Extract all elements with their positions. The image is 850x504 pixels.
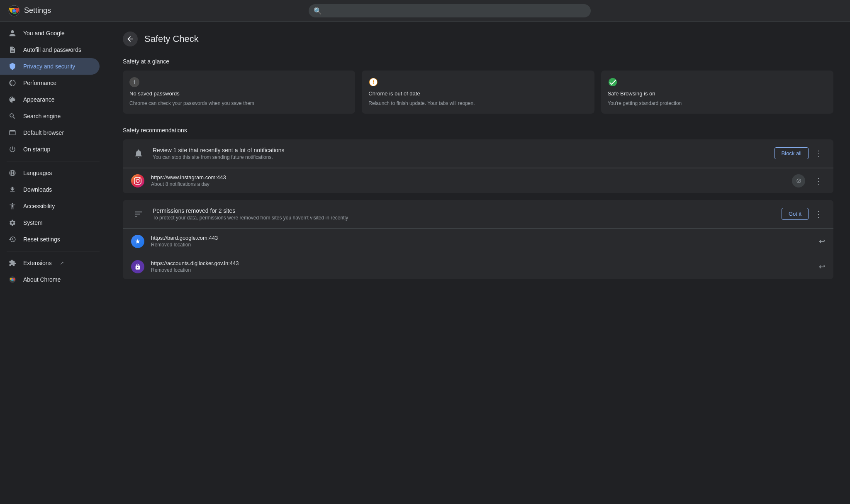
sidebar-item-system[interactable]: System	[0, 214, 100, 231]
permissions-rec-desc: To protect your data, permissions were r…	[153, 215, 775, 221]
permissions-icon	[131, 207, 146, 222]
safety-card-passwords: ℹ No saved passwords Chrome can check yo…	[123, 71, 355, 114]
bard-site-info: https://bard.google.com:443 Removed loca…	[151, 235, 812, 248]
card-desc: Relaunch to finish update. Your tabs wil…	[368, 100, 587, 107]
search-icon: 🔍	[314, 7, 322, 15]
success-icon	[608, 77, 618, 87]
sidebar-item-label: Privacy and security	[23, 63, 75, 70]
content-area: Safety Check Safety at a glance ℹ No sav…	[106, 22, 850, 504]
sidebar-item-label: You and Google	[23, 30, 65, 37]
search-input[interactable]	[309, 4, 591, 17]
instagram-site-row: https://www.instagram.com:443 About 8 no…	[123, 168, 833, 193]
safety-card-browsing: Safe Browsing is on You're getting stand…	[601, 71, 833, 114]
system-icon	[8, 219, 17, 227]
sidebar-item-label: About Chrome	[23, 276, 61, 283]
permissions-rec-header: Permissions removed for 2 sites To prote…	[123, 200, 833, 229]
person-icon	[8, 29, 17, 37]
notification-rec-text: Review 1 site that recently sent a lot o…	[153, 147, 768, 160]
sidebar-item-languages[interactable]: Languages	[0, 165, 100, 181]
sidebar-item-label: Appearance	[23, 96, 55, 103]
main-layout: You and Google Autofill and passwords Pr…	[0, 22, 850, 504]
digilocker-undo-button[interactable]: ↩	[819, 262, 825, 271]
got-it-button[interactable]: Got it	[782, 208, 809, 220]
accessibility-icon	[8, 202, 17, 210]
sidebar-item-appearance[interactable]: Appearance	[0, 91, 100, 108]
sidebar-item-accessibility[interactable]: Accessibility	[0, 198, 100, 214]
download-icon	[8, 185, 17, 194]
sidebar-item-about-chrome[interactable]: About Chrome	[0, 271, 100, 288]
permissions-rec-title: Permissions removed for 2 sites	[153, 207, 775, 214]
sidebar-item-label: Performance	[23, 80, 56, 86]
permissions-rec-section: Permissions removed for 2 sites To prote…	[123, 200, 833, 279]
instagram-more-button[interactable]: ⋮	[812, 174, 825, 187]
sidebar-item-label: Downloads	[23, 186, 52, 193]
instagram-url: https://www.instagram.com:443	[151, 174, 785, 180]
block-icon[interactable]: ⊘	[792, 174, 805, 187]
globe-icon	[8, 169, 17, 177]
sidebar-item-downloads[interactable]: Downloads	[0, 181, 100, 198]
sidebar-divider	[7, 161, 100, 161]
sidebar-item-label: Default browser	[23, 129, 64, 136]
permissions-rec-text: Permissions removed for 2 sites To prote…	[153, 207, 775, 221]
about-chrome-icon	[8, 275, 17, 284]
info-icon: ℹ	[129, 77, 139, 87]
sidebar-item-you-and-google[interactable]: You and Google	[0, 25, 100, 41]
section-recommendations-title: Safety recommendations	[123, 127, 833, 134]
svg-point-3	[12, 9, 16, 12]
performance-icon	[8, 79, 17, 87]
sidebar-divider-2	[7, 251, 100, 251]
permissions-more-button[interactable]: ⋮	[812, 207, 825, 221]
digilocker-detail: Removed location	[151, 267, 812, 273]
card-title: Safe Browsing is on	[608, 90, 827, 97]
page-header: Safety Check	[123, 32, 833, 46]
autofill-icon	[8, 46, 17, 54]
sidebar-item-label: Search engine	[23, 113, 61, 119]
chrome-logo-icon	[8, 5, 20, 17]
shield-icon	[8, 62, 17, 71]
section-glance-title: Safety at a glance	[123, 58, 833, 65]
appearance-icon	[8, 95, 17, 104]
sidebar-item-extensions[interactable]: Extensions ↗	[0, 255, 100, 271]
sidebar-item-label: On startup	[23, 146, 50, 153]
notification-more-button[interactable]: ⋮	[812, 147, 825, 160]
digilocker-site-row: https://accounts.digilocker.gov.in:443 R…	[123, 254, 833, 279]
sidebar-item-label: Languages	[23, 170, 52, 176]
notification-rec-title: Review 1 site that recently sent a lot o…	[153, 147, 768, 153]
page-title: Safety Check	[144, 34, 199, 44]
svg-point-6	[11, 278, 13, 280]
notification-rec-header: Review 1 site that recently sent a lot o…	[123, 139, 833, 168]
search-bar[interactable]: 🔍	[309, 4, 591, 17]
safety-card-update: Chrome is out of date Relaunch to finish…	[362, 71, 594, 114]
bard-favicon	[131, 235, 144, 248]
svg-point-8	[609, 78, 617, 86]
back-button[interactable]	[123, 32, 138, 46]
notification-rec-section: Review 1 site that recently sent a lot o…	[123, 139, 833, 193]
notification-rec-desc: You can stop this site from sending futu…	[153, 154, 768, 160]
instagram-detail: About 8 notifications a day	[151, 181, 785, 187]
reset-icon	[8, 235, 17, 243]
topbar-logo: Settings	[8, 5, 51, 17]
sidebar-item-default-browser[interactable]: Default browser	[0, 124, 100, 141]
bard-site-row: https://bard.google.com:443 Removed loca…	[123, 229, 833, 254]
topbar: Settings 🔍	[0, 0, 850, 22]
sidebar-item-autofill-passwords[interactable]: Autofill and passwords	[0, 41, 100, 58]
browser-icon	[8, 129, 17, 137]
sidebar-item-performance[interactable]: Performance	[0, 75, 100, 91]
bard-undo-button[interactable]: ↩	[819, 237, 825, 246]
safety-cards: ℹ No saved passwords Chrome can check yo…	[123, 71, 833, 114]
extensions-icon	[8, 259, 17, 267]
bard-detail: Removed location	[151, 242, 812, 248]
card-desc: You're getting standard protection	[608, 100, 827, 107]
digilocker-url: https://accounts.digilocker.gov.in:443	[151, 260, 812, 266]
sidebar-item-reset-settings[interactable]: Reset settings	[0, 231, 100, 248]
block-all-button[interactable]: Block all	[774, 147, 809, 159]
app-title: Settings	[24, 6, 51, 15]
sidebar-item-privacy-security[interactable]: Privacy and security	[0, 58, 100, 75]
card-desc: Chrome can check your passwords when you…	[129, 100, 348, 107]
sidebar-item-label: Autofill and passwords	[23, 46, 81, 53]
bell-icon	[131, 146, 146, 161]
sidebar-item-search-engine[interactable]: Search engine	[0, 108, 100, 124]
card-title: No saved passwords	[129, 90, 348, 97]
sidebar-item-on-startup[interactable]: On startup	[0, 141, 100, 158]
warning-icon	[368, 77, 378, 87]
